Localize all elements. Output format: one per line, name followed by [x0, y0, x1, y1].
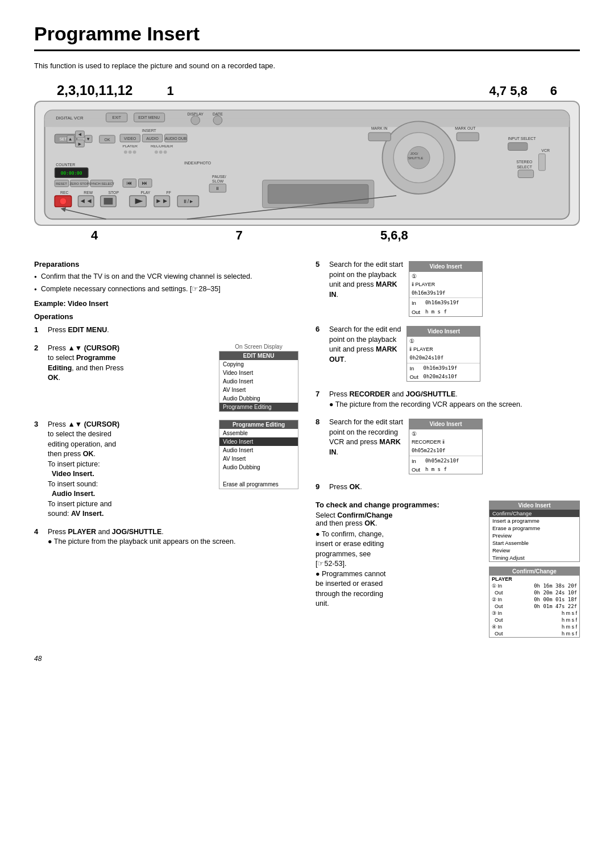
svg-point-38 — [164, 150, 167, 154]
vi-opt-confirm: Confirm/Change — [489, 510, 579, 517]
svg-text:⏭: ⏭ — [142, 180, 148, 186]
step-1: 1 Press EDIT MENU. — [34, 325, 298, 336]
step-8-num: 8 — [316, 418, 323, 426]
svg-point-37 — [159, 150, 163, 154]
svg-point-11 — [213, 116, 222, 125]
vi-opt-review: Review — [489, 547, 579, 554]
step-4-content: Press PLAYER and JOG/SHUTTLE. ● The pict… — [48, 527, 298, 547]
step-5-vi-box: Video Insert ① ⅱ PLAYER 0h16m39s19f In0h… — [409, 261, 483, 317]
step-3: 3 Press ▲▼ (CURSOR) to select the desire… — [34, 420, 298, 519]
step-2-content: Press ▲▼ (CURSOR) to select ProgrammeEdi… — [48, 344, 213, 383]
svg-text:REC: REC — [60, 191, 69, 195]
svg-rect-47 — [457, 133, 479, 141]
svg-text:STOP: STOP — [108, 191, 119, 195]
svg-text:EXIT: EXIT — [113, 115, 122, 119]
check-change-text: Select Confirm/Change and then press OK. — [316, 511, 482, 527]
step-2-osd: On Screen Display EDIT MENU Copying Vide… — [219, 344, 298, 412]
svg-text:◄◄: ◄◄ — [80, 197, 93, 204]
step-3-left: 3 Press ▲▼ (CURSOR) to select the desire… — [34, 420, 213, 519]
step-3-osd: Programme Editing Assemble Video Insert … — [219, 420, 298, 489]
edit-menu-osd: EDIT MENU Copying Video Insert Audio Ins… — [219, 351, 298, 412]
svg-text:DATE: DATE — [213, 112, 223, 116]
check-change-bullets: ● To confirm, change, insert or erase ed… — [316, 530, 482, 609]
step-7-content: Press RECORDER and JOG/SHUTTLE. ● The pi… — [329, 390, 580, 410]
edit-menu-item-copying: Copying — [219, 360, 298, 369]
svg-text:VCR: VCR — [541, 148, 550, 152]
svg-rect-57 — [538, 154, 545, 170]
svg-text:►►: ►► — [155, 197, 168, 204]
osd-label: On Screen Display — [219, 344, 298, 350]
step-6-vi-box: Video Insert ① ⅱ PLAYER 0h20m24s10f In0h… — [406, 326, 480, 382]
right-column: 5 Search for the edit start point on the… — [316, 260, 580, 638]
check-change-boxes: Video Insert Confirm/Change Insert a pro… — [489, 501, 580, 638]
svg-text:INSERT: INSERT — [142, 129, 157, 133]
svg-point-36 — [155, 150, 158, 154]
svg-text:▼: ▼ — [86, 137, 90, 142]
svg-text:►: ► — [77, 141, 82, 147]
step-2-num: 2 — [34, 344, 42, 383]
prog-edit-audioinsert: Audio Insert — [219, 446, 298, 454]
diagram-label-right1: 4,7 5,8 — [489, 84, 527, 98]
diagram-label-bottom-mid: 7 — [235, 228, 242, 243]
step-5-content: Search for the edit start point on the p… — [329, 260, 580, 317]
svg-point-34 — [128, 150, 132, 154]
vi-opt-insert: Insert a programme — [489, 517, 579, 524]
svg-text:FF: FF — [167, 191, 171, 195]
step-8-content: Search for the edit start point on the r… — [329, 418, 580, 474]
step-3-num: 3 — [34, 420, 42, 519]
svg-rect-52 — [518, 170, 533, 178]
check-change-heading: To check and change programmes: — [316, 501, 482, 509]
diagram-label-bottom-left: 4 — [91, 228, 98, 243]
intro-text: This function is used to replace the pic… — [34, 61, 580, 70]
svg-text:STEREO: STEREO — [516, 160, 532, 164]
prog-edit-audiodubbing: Audio Dubbing — [219, 463, 298, 472]
step-6-num: 6 — [316, 325, 323, 333]
prog-edit-eraseall: Erase all programmes — [219, 480, 298, 489]
vcr-diagram: DIGITAL VCR EXIT EDIT MENU DISPLAY DATE … — [34, 101, 580, 226]
prep-item-2: Complete necessary connections and setti… — [34, 284, 298, 295]
diagram-label-bottom-right: 5,6,8 — [380, 228, 408, 243]
edit-menu-item-audiodubbing: Audio Dubbing — [219, 394, 298, 403]
step-4-num: 4 — [34, 527, 42, 536]
svg-text:INPUT SELECT: INPUT SELECT — [508, 137, 536, 140]
svg-text:REW: REW — [84, 191, 93, 195]
edit-menu-item-avinsert: AV Insert — [219, 386, 298, 394]
svg-text:⏸: ⏸ — [215, 186, 220, 191]
svg-text:DISPLAY: DISPLAY — [187, 112, 204, 116]
svg-text:OK: OK — [105, 138, 110, 142]
diagram-label-left: 2,3,10,11,12 — [57, 82, 132, 98]
svg-text:COUNTER: COUNTER — [56, 163, 75, 167]
step-1-content: Press EDIT MENU. — [48, 325, 298, 336]
step-7-num: 7 — [316, 390, 323, 398]
svg-text:RESET: RESET — [56, 182, 67, 185]
step-8-vi-box: Video Insert ① RECORDER ⅱ 0h05m22s10f In… — [409, 419, 483, 474]
step-5: 5 Search for the edit start point on the… — [316, 260, 580, 317]
prog-edit-avinsert: AV Insert — [219, 454, 298, 463]
svg-text:RECORDER: RECORDER — [151, 144, 173, 148]
svg-text:INDEX/PHOTO: INDEX/PHOTO — [184, 161, 211, 165]
step-5-num: 5 — [316, 260, 323, 268]
prep-item-1: Confirm that the TV is on and the VCR vi… — [34, 272, 298, 282]
diagram-section: 2,3,10,11,12 1 4,7 5,8 6 DIGITAL VCR EXI… — [34, 82, 580, 243]
svg-text:SHUTTLE: SHUTTLE — [408, 156, 424, 160]
prog-edit-videoinsert: Video Insert — [219, 437, 298, 446]
svg-text:VIDEO: VIDEO — [124, 137, 136, 140]
svg-point-82 — [60, 198, 67, 205]
svg-text:EDIT MENU: EDIT MENU — [138, 115, 160, 119]
step-6: 6 Search for the edit end point on the p… — [316, 325, 580, 382]
step-2: 2 Press ▲▼ (CURSOR) to select ProgrammeE… — [34, 344, 298, 412]
edit-menu-title: EDIT MENU — [219, 352, 298, 360]
step-9-content: Press OK. — [329, 482, 580, 493]
page-title: Programme Insert — [34, 23, 580, 51]
svg-text:00:00:00: 00:00:00 — [61, 171, 82, 176]
svg-text:MARK OUT: MARK OUT — [455, 126, 476, 130]
diagram-label-right2: 6 — [550, 84, 557, 98]
example-text: Example: Video Insert — [34, 300, 298, 308]
step-4: 4 Press PLAYER and JOG/SHUTTLE. ● The pi… — [34, 527, 298, 547]
left-column: Preparations Confirm that the TV is on a… — [34, 260, 298, 638]
step-3-content: Press ▲▼ (CURSOR) to select the desired … — [48, 420, 213, 519]
step-2-left: 2 Press ▲▼ (CURSOR) to select ProgrammeE… — [34, 344, 213, 383]
preparations-heading: Preparations — [34, 260, 298, 268]
svg-text:PLAY: PLAY — [140, 191, 150, 195]
svg-text:PAUSE/: PAUSE/ — [212, 175, 226, 179]
